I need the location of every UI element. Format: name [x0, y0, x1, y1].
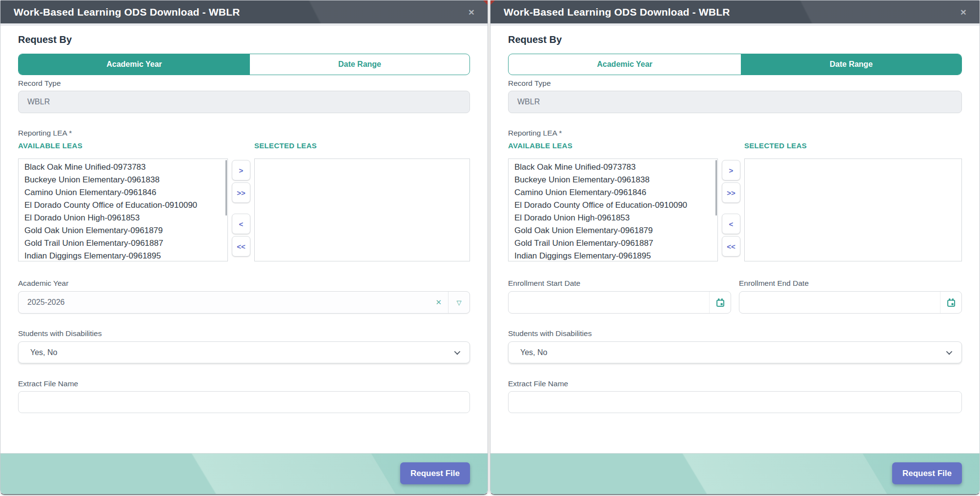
- lea-option[interactable]: El Dorado Union High-0961853: [509, 212, 717, 224]
- chevron-down-icon: [454, 349, 461, 355]
- dialog-title: Work-Based Learning ODS Download - WBLR: [14, 0, 240, 23]
- record-type-field: WBLR: [18, 91, 470, 113]
- move-right-button[interactable]: >: [722, 160, 740, 180]
- move-left-button[interactable]: <: [232, 214, 250, 234]
- close-icon[interactable]: ×: [957, 6, 970, 19]
- academic-year-label: Academic Year: [18, 279, 470, 288]
- dialog-header: Work-Based Learning ODS Download - WBLR …: [490, 0, 980, 23]
- available-leas-list[interactable]: Black Oak Mine Unified-0973783Buckeye Un…: [508, 159, 718, 261]
- transfer-buttons: > >> < <<: [232, 159, 250, 261]
- wblr-download-dialog-date-range: Work-Based Learning ODS Download - WBLR …: [490, 0, 980, 495]
- enrollment-start-date-input[interactable]: [509, 292, 731, 313]
- reporting-lea-label: Reporting LEA *: [508, 129, 962, 138]
- request-by-heading: Request By: [18, 34, 470, 45]
- dialog-footer: Request File: [490, 453, 980, 494]
- lea-headings-row: AVAILABLE LEAS SELECTED LEAS: [18, 141, 470, 150]
- enrollment-start-date-field: [508, 291, 731, 314]
- request-file-button[interactable]: Request File: [892, 462, 962, 484]
- header-divider: [490, 23, 980, 26]
- students-with-disabilities-label: Students with Disabilities: [508, 329, 962, 338]
- record-type-label: Record Type: [508, 79, 962, 88]
- enrollment-end-date-input[interactable]: [739, 292, 961, 313]
- move-right-button[interactable]: >: [232, 160, 250, 180]
- corner-marker: [490, 0, 495, 5]
- enrollment-dates-row: Enrollment Start Date: [508, 279, 962, 314]
- lea-option[interactable]: Indian Diggings Elementary-0961895: [19, 250, 227, 261]
- transfer-buttons: > >> < <<: [722, 159, 740, 261]
- record-type-value: WBLR: [27, 98, 50, 106]
- lea-transfer-widget: Black Oak Mine Unified-0973783Buckeye Un…: [508, 159, 962, 261]
- tab-academic-year-label: Academic Year: [597, 60, 653, 69]
- request-file-button[interactable]: Request File: [400, 462, 470, 484]
- enrollment-start-date-label: Enrollment Start Date: [508, 279, 731, 288]
- lea-option[interactable]: Gold Trail Union Elementary-0961887: [19, 237, 227, 250]
- page: Work-Based Learning ODS Download - WBLR …: [0, 0, 980, 496]
- tab-date-range[interactable]: Date Range: [741, 54, 961, 75]
- available-leas-heading: AVAILABLE LEAS: [18, 141, 228, 150]
- available-leas-list[interactable]: Black Oak Mine Unified-0973783Buckeye Un…: [18, 159, 228, 261]
- tab-academic-year[interactable]: Academic Year: [509, 54, 741, 75]
- lea-option[interactable]: El Dorado Union High-0961853: [19, 212, 227, 224]
- lea-option[interactable]: Buckeye Union Elementary-0961838: [509, 174, 717, 186]
- enrollment-start-col: Enrollment Start Date: [508, 279, 731, 314]
- tab-academic-year[interactable]: Academic Year: [19, 54, 250, 75]
- lea-option[interactable]: Buckeye Union Elementary-0961838: [19, 174, 227, 186]
- students-with-disabilities-select[interactable]: Yes, No: [18, 341, 470, 363]
- extract-file-name-label: Extract File Name: [508, 379, 962, 388]
- clear-icon[interactable]: ✕: [429, 298, 448, 307]
- extract-file-name-input[interactable]: [508, 391, 962, 413]
- move-all-left-button[interactable]: <<: [232, 236, 250, 257]
- request-by-heading: Request By: [508, 34, 962, 45]
- chevron-down-icon: [946, 349, 953, 355]
- enrollment-end-col: Enrollment End Date: [739, 279, 962, 314]
- move-left-button[interactable]: <: [722, 214, 740, 234]
- dialog-title: Work-Based Learning ODS Download - WBLR: [504, 0, 730, 23]
- dialog-header: Work-Based Learning ODS Download - WBLR …: [0, 0, 488, 23]
- lea-option[interactable]: El Dorado County Office of Education-091…: [509, 199, 717, 212]
- move-all-right-button[interactable]: >>: [722, 182, 740, 203]
- lea-option[interactable]: Indian Diggings Elementary-0961895: [509, 250, 717, 261]
- selected-leas-heading: SELECTED LEAS: [254, 141, 470, 150]
- tab-date-range[interactable]: Date Range: [250, 54, 470, 75]
- tab-date-range-label: Date Range: [830, 60, 873, 69]
- dialog-footer: Request File: [0, 453, 488, 494]
- corner-marker: [483, 0, 488, 5]
- selected-leas-list[interactable]: [744, 159, 962, 261]
- dialog-body: Request By Academic Year Date Range Reco…: [0, 34, 488, 413]
- lea-option[interactable]: Gold Trail Union Elementary-0961887: [509, 237, 717, 250]
- academic-year-controls: ✕ ▽: [429, 292, 470, 313]
- close-icon[interactable]: ×: [465, 6, 478, 19]
- lea-headings-row: AVAILABLE LEAS SELECTED LEAS: [508, 141, 962, 150]
- scrollbar-thumb[interactable]: [225, 160, 227, 216]
- record-type-value: WBLR: [517, 98, 540, 106]
- extract-file-name-input[interactable]: [18, 391, 470, 413]
- dialog-body: Request By Academic Year Date Range Reco…: [490, 34, 980, 413]
- students-with-disabilities-value: Yes, No: [520, 348, 547, 357]
- selected-leas-heading: SELECTED LEAS: [744, 141, 962, 150]
- calendar-icon[interactable]: [940, 292, 961, 313]
- scrollbar-thumb[interactable]: [715, 160, 717, 216]
- move-all-right-button[interactable]: >>: [232, 182, 250, 203]
- lea-option[interactable]: Camino Union Elementary-0961846: [509, 186, 717, 199]
- academic-year-value: 2025-2026: [27, 298, 65, 307]
- extract-file-name-label: Extract File Name: [18, 379, 470, 388]
- request-by-tabs: Academic Year Date Range: [18, 54, 470, 75]
- students-with-disabilities-value: Yes, No: [30, 348, 57, 357]
- lea-option[interactable]: Gold Oak Union Elementary-0961879: [19, 224, 227, 237]
- lea-option[interactable]: Black Oak Mine Unified-0973783: [509, 161, 717, 174]
- lea-transfer-widget: Black Oak Mine Unified-0973783Buckeye Un…: [18, 159, 470, 261]
- selected-leas-list[interactable]: [254, 159, 470, 261]
- record-type-field: WBLR: [508, 91, 962, 113]
- students-with-disabilities-select[interactable]: Yes, No: [508, 341, 962, 363]
- calendar-icon[interactable]: [709, 292, 731, 313]
- lea-option[interactable]: Black Oak Mine Unified-0973783: [19, 161, 227, 174]
- lea-option[interactable]: Gold Oak Union Elementary-0961879: [509, 224, 717, 237]
- academic-year-select[interactable]: 2025-2026 ✕ ▽: [18, 291, 470, 314]
- enrollment-end-date-label: Enrollment End Date: [739, 279, 962, 288]
- dropdown-triangle-icon[interactable]: ▽: [449, 299, 470, 306]
- request-by-tabs: Academic Year Date Range: [508, 54, 962, 75]
- tab-academic-year-label: Academic Year: [106, 60, 162, 69]
- move-all-left-button[interactable]: <<: [722, 236, 740, 257]
- lea-option[interactable]: El Dorado County Office of Education-091…: [19, 199, 227, 212]
- lea-option[interactable]: Camino Union Elementary-0961846: [19, 186, 227, 199]
